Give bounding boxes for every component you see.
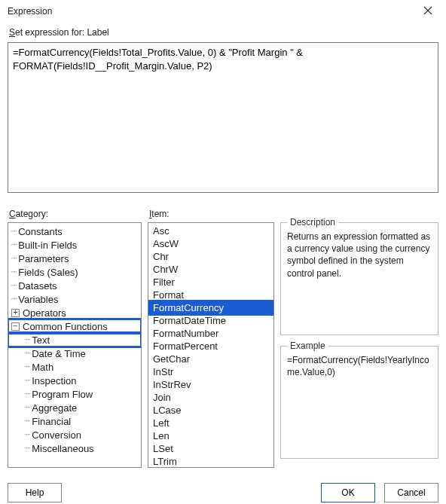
tree-item[interactable]: ┈Constants bbox=[8, 225, 141, 238]
mid-panel: Category: ┈Constants┈Built-in Fields┈Par… bbox=[8, 209, 438, 469]
item-column: Item: AscAscWChrChrWFilterFormatFormatCu… bbox=[148, 209, 274, 469]
tree-item[interactable]: ┈Fields (Sales) bbox=[8, 265, 141, 279]
tree-item[interactable]: ┈Text bbox=[8, 333, 141, 347]
list-item[interactable]: FormatCurrency bbox=[148, 301, 273, 314]
category-tree[interactable]: ┈Constants┈Built-in Fields┈Parameters┈Fi… bbox=[8, 222, 142, 468]
list-item[interactable]: Filter bbox=[148, 276, 273, 289]
item-list[interactable]: AscAscWChrChrWFilterFormatFormatCurrency… bbox=[148, 222, 274, 468]
footer: Help OK Cancel bbox=[0, 477, 446, 504]
cancel-button[interactable]: Cancel bbox=[384, 483, 438, 502]
tree-item[interactable]: ┈Inspection bbox=[8, 374, 141, 387]
tree-item-label: Miscellaneous bbox=[32, 443, 93, 454]
dialog-content: Set expression for: Label Category: ┈Con… bbox=[0, 27, 446, 477]
description-fieldset: Description Returns an expression format… bbox=[280, 222, 438, 335]
tree-item[interactable]: ┈Miscellaneous bbox=[8, 441, 141, 455]
expression-caption: Set expression for: Label bbox=[9, 27, 437, 38]
example-text: =FormatCurrency(Fields!YearlyIncome.Valu… bbox=[287, 354, 432, 378]
list-item[interactable]: GetChar bbox=[148, 353, 273, 365]
list-item[interactable]: LTrim bbox=[148, 455, 273, 468]
tree-item-label: Parameters bbox=[18, 253, 69, 264]
tree-item[interactable]: +Operators bbox=[8, 306, 141, 319]
tree-item[interactable]: ┈Datasets bbox=[8, 279, 141, 292]
tree-item-label: Operators bbox=[23, 307, 66, 319]
titlebar: Expression bbox=[0, 0, 446, 23]
tree-item[interactable]: ┈Parameters bbox=[8, 252, 141, 265]
list-item[interactable]: Format bbox=[148, 289, 273, 301]
tree-item-label: Datasets bbox=[18, 280, 57, 292]
ok-button[interactable]: OK bbox=[321, 483, 375, 502]
tree-item[interactable]: ┈Math bbox=[8, 360, 141, 374]
info-column: Description Returns an expression format… bbox=[280, 209, 438, 469]
tree-item[interactable]: ┈Aggregate bbox=[8, 401, 141, 414]
expression-textarea[interactable] bbox=[8, 42, 438, 193]
list-item[interactable]: LSet bbox=[148, 442, 273, 455]
example-legend: Example bbox=[287, 341, 328, 351]
tree-item[interactable]: −Common Functions bbox=[8, 319, 141, 333]
list-item[interactable]: InStrRev bbox=[148, 378, 273, 391]
tree-item-label: Math bbox=[32, 362, 53, 373]
tree-item-label: Financial bbox=[32, 416, 71, 427]
tree-item[interactable]: ┈Variables bbox=[8, 292, 141, 306]
list-item[interactable]: LCase bbox=[148, 404, 273, 417]
example-fieldset: Example =FormatCurrency(Fields!YearlyInc… bbox=[280, 346, 438, 459]
category-column: Category: ┈Constants┈Built-in Fields┈Par… bbox=[8, 209, 142, 469]
tree-item-label: Date & Time bbox=[32, 348, 86, 359]
close-button[interactable] bbox=[416, 2, 440, 20]
tree-item-label: Text bbox=[32, 334, 50, 346]
tree-item-label: Fields (Sales) bbox=[18, 267, 78, 278]
expand-icon[interactable]: + bbox=[11, 309, 20, 317]
tree-item-label: Inspection bbox=[32, 375, 76, 386]
tree-item-label: Common Functions bbox=[23, 321, 108, 332]
list-item[interactable]: InStr bbox=[148, 365, 273, 378]
item-label: Item: bbox=[149, 209, 274, 219]
list-item[interactable]: Len bbox=[148, 429, 273, 442]
list-item[interactable]: AscW bbox=[148, 237, 273, 250]
description-text: Returns an expression formatted as a cur… bbox=[287, 231, 432, 279]
list-item[interactable]: FormatNumber bbox=[148, 327, 273, 340]
window-title: Expression bbox=[8, 6, 52, 17]
list-item[interactable]: Left bbox=[148, 417, 273, 429]
list-item[interactable]: Chr bbox=[148, 250, 273, 263]
tree-item[interactable]: ┈Financial bbox=[8, 414, 141, 428]
list-item[interactable]: Asc bbox=[148, 225, 273, 237]
tree-item-label: Variables bbox=[18, 294, 58, 305]
help-button[interactable]: Help bbox=[8, 483, 62, 502]
tree-item[interactable]: ┈Date & Time bbox=[8, 347, 141, 360]
category-label: Category: bbox=[9, 209, 142, 219]
tree-item-label: Program Flow bbox=[32, 389, 93, 400]
tree-item-label: Constants bbox=[18, 226, 63, 237]
tree-item-label: Built-in Fields bbox=[18, 240, 77, 251]
list-item[interactable]: Join bbox=[148, 391, 273, 404]
list-item[interactable]: FormatDateTime bbox=[148, 314, 273, 327]
list-item[interactable]: ChrW bbox=[148, 263, 273, 276]
tree-item[interactable]: ┈Conversion bbox=[8, 428, 141, 441]
tree-item[interactable]: ┈Built-in Fields bbox=[8, 238, 141, 252]
description-legend: Description bbox=[287, 217, 338, 228]
tree-item[interactable]: ┈Program Flow bbox=[8, 387, 141, 401]
tree-item-label: Conversion bbox=[32, 429, 81, 441]
list-item[interactable]: FormatPercent bbox=[148, 340, 273, 353]
tree-item-label: Aggregate bbox=[32, 402, 77, 414]
close-icon bbox=[423, 5, 432, 17]
collapse-icon[interactable]: − bbox=[11, 322, 20, 331]
